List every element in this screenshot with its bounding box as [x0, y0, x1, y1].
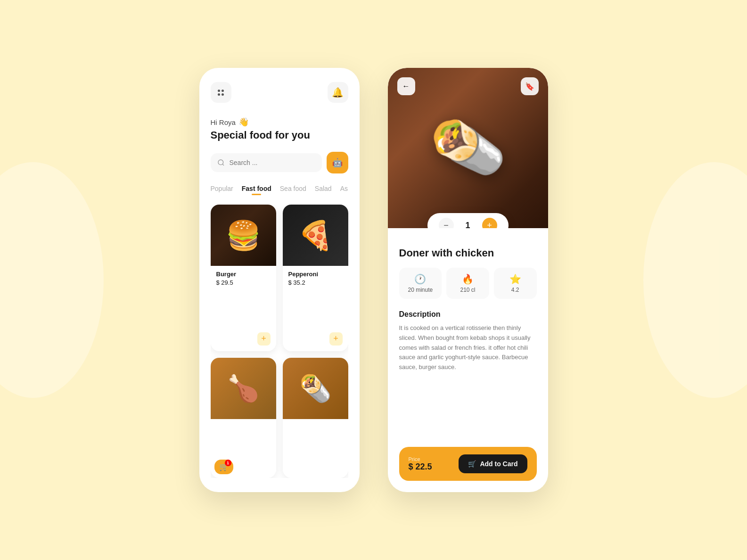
search-icon — [217, 159, 225, 166]
cart-badge: 1 — [225, 460, 231, 466]
greeting-text: Hi Roya — [211, 118, 236, 126]
add-to-card-button[interactable]: 🛒 Add to Card — [459, 454, 527, 473]
clock-icon: 🕐 — [414, 273, 426, 285]
increase-quantity-button[interactable]: + — [482, 218, 497, 228]
pepperoni-price: $ 35.2 — [288, 279, 343, 286]
detail-content: Doner with chicken 🕐 20 minute 🔥 210 cl … — [388, 228, 548, 447]
dish-name: Doner with chicken — [399, 247, 537, 259]
price-value: $ 22.5 — [409, 462, 432, 472]
burger-info: Burger $ 29.5 — [211, 266, 276, 292]
dot-2 — [222, 90, 224, 92]
top-bar: 🔔 — [211, 82, 348, 103]
rating-value: 4.2 — [511, 287, 519, 293]
tab-popular[interactable]: Popular — [211, 185, 233, 195]
headline: Special food for you — [211, 129, 348, 141]
bookmark-icon: 🔖 — [525, 82, 534, 91]
quantity-control: − 1 + — [427, 213, 509, 228]
back-icon: ← — [402, 82, 410, 91]
food-card-pepperoni[interactable]: Pepperoni $ 35.2 + — [283, 205, 348, 351]
search-bar: 🤖 — [211, 152, 348, 173]
left-phone: 🔔 Hi Roya 👋 Special food for you 🤖 Popul… — [199, 68, 360, 492]
description-title: Description — [399, 310, 537, 319]
dot-1 — [218, 90, 220, 92]
calories-value: 210 cl — [460, 287, 475, 293]
price-label: Price — [409, 456, 432, 462]
star-icon: ⭐ — [509, 273, 521, 285]
notification-button[interactable]: 🔔 — [328, 82, 348, 103]
time-value: 20 minute — [408, 287, 433, 293]
cart-notification: 🛒 1 — [214, 460, 233, 474]
burger-price: $ 29.5 — [216, 279, 271, 286]
cart-btn-icon: 🛒 — [468, 460, 476, 468]
bookmark-button[interactable]: 🔖 — [521, 77, 539, 95]
time-chip: 🕐 20 minute — [399, 268, 442, 299]
back-button[interactable]: ← — [397, 77, 415, 95]
add-to-card-label: Add to Card — [480, 460, 517, 468]
quantity-value: 1 — [463, 221, 473, 229]
price-section: Price $ 22.5 — [409, 456, 432, 472]
chicken-image — [211, 358, 276, 419]
menu-button[interactable] — [211, 82, 231, 103]
burger-name: Burger — [216, 271, 271, 278]
filter-button[interactable]: 🤖 — [327, 152, 348, 173]
tab-salad[interactable]: Salad — [315, 185, 332, 195]
tab-fastfood[interactable]: Fast food — [242, 185, 271, 195]
tab-asian[interactable]: As... — [340, 185, 348, 195]
search-input[interactable] — [230, 159, 315, 166]
info-chips: 🕐 20 minute 🔥 210 cl ⭐ 4.2 — [399, 268, 537, 299]
wave-emoji: 👋 — [238, 117, 249, 127]
rating-chip: ⭐ 4.2 — [494, 268, 537, 299]
bottom-bar: Price $ 22.5 🛒 Add to Card — [399, 447, 537, 481]
food-card-wrap[interactable] — [283, 358, 348, 478]
dot-3 — [218, 93, 220, 96]
burger-add-button[interactable]: + — [257, 332, 271, 346]
svg-point-0 — [218, 160, 223, 165]
wrap-image — [283, 358, 348, 419]
food-card-burger[interactable]: Burger $ 29.5 + — [211, 205, 276, 351]
food-grid: Burger $ 29.5 + Pepperoni $ 35.2 + 🛒 1 — [211, 205, 348, 478]
right-phone: ← 🔖 − 1 + Doner with chicken 🕐 20 minute… — [388, 68, 548, 492]
search-input-wrap[interactable] — [211, 153, 322, 172]
pizza-image — [283, 205, 348, 266]
filter-icon: 🤖 — [332, 157, 343, 168]
burger-image — [211, 205, 276, 266]
cart-icon-wrap: 🛒 1 — [219, 462, 229, 471]
tab-seafood[interactable]: Sea food — [280, 185, 306, 195]
svg-line-1 — [222, 164, 224, 165]
dot-4 — [222, 93, 224, 96]
pepperoni-info: Pepperoni $ 35.2 — [283, 266, 348, 292]
pepperoni-add-button[interactable]: + — [329, 332, 343, 346]
category-tabs: Popular Fast food Sea food Salad As... — [211, 185, 348, 195]
decrease-quantity-button[interactable]: − — [439, 218, 454, 228]
greeting: Hi Roya 👋 — [211, 117, 348, 127]
food-hero-image: ← 🔖 − 1 + — [388, 68, 548, 228]
food-card-chicken[interactable]: 🛒 1 — [211, 358, 276, 478]
pepperoni-name: Pepperoni — [288, 271, 343, 278]
fire-icon: 🔥 — [462, 273, 474, 285]
calories-chip: 🔥 210 cl — [446, 268, 489, 299]
description-text: It is cooked on a vertical rotisserie th… — [399, 323, 537, 372]
